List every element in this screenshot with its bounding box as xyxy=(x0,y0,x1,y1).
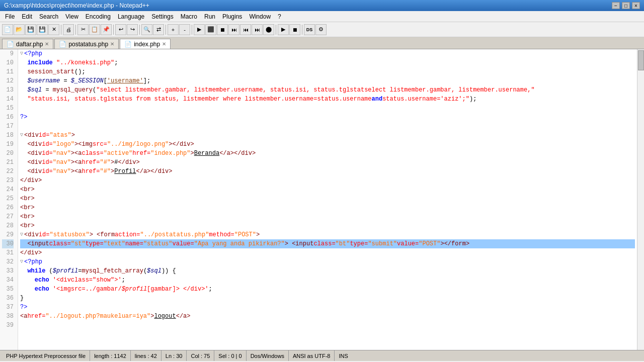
tab-daftar-label: daftar.php xyxy=(16,41,43,48)
fold-29[interactable]: ▽ xyxy=(20,230,23,239)
status-file-type-text: PHP Hypertext Preprocessor file xyxy=(6,353,86,359)
step3-button[interactable]: ⏭ xyxy=(252,24,263,35)
stop-button[interactable]: ⏹ xyxy=(217,24,228,35)
save-button[interactable]: 💾 xyxy=(25,24,36,35)
line-num-13: 13 xyxy=(2,85,14,95)
tab-postatatus-close[interactable]: ✕ xyxy=(110,41,114,47)
undo-button[interactable]: ↩ xyxy=(115,24,126,35)
status-lines-text: lines : 42 xyxy=(135,353,157,359)
code-line-21: <div id="nav"><a href="#">#</div> xyxy=(20,158,635,167)
status-col: Col : 75 xyxy=(187,350,214,361)
code-line-19: <div id="logo"><img src="../img/logo.png… xyxy=(20,140,635,149)
sep5 xyxy=(166,25,166,35)
menu-run[interactable]: Run xyxy=(201,12,218,21)
window-title: G:\xampp\htdocs\project\home\index.php -… xyxy=(4,2,149,9)
menu-edit[interactable]: Edit xyxy=(19,12,35,21)
line-num-15: 15 xyxy=(2,104,14,113)
fold-32[interactable]: ▽ xyxy=(20,257,23,266)
line-num-11: 11 xyxy=(2,67,14,76)
tab-daftar[interactable]: 📄 daftar.php ✕ xyxy=(2,39,53,49)
debug-button[interactable]: ⬛ xyxy=(205,24,216,35)
menu-encoding[interactable]: Encoding xyxy=(83,12,114,21)
redo-button[interactable]: ↪ xyxy=(127,24,138,35)
macro-button[interactable]: ▶ xyxy=(278,24,289,35)
maximize-button[interactable]: □ xyxy=(622,2,630,9)
code-line-31: </div> xyxy=(20,248,635,257)
close-button2[interactable]: ✕ xyxy=(48,24,59,35)
status-length-text: length : 1142 xyxy=(94,353,126,359)
code-line-11: session_start(); xyxy=(20,67,635,76)
run-button[interactable]: ▶ xyxy=(194,24,205,35)
zoom-out-button[interactable]: - xyxy=(179,24,190,35)
plugin-button[interactable]: ⚙ xyxy=(315,24,327,35)
fold-18[interactable]: ▽ xyxy=(20,131,23,140)
open-button[interactable]: 📂 xyxy=(14,24,25,35)
paste-button[interactable]: 📌 xyxy=(101,24,112,35)
line-num-21: 21 xyxy=(2,158,14,167)
toolbar: 📄 📂 💾 💾 ✕ 🖨 ✂ 📋 📌 ↩ ↪ 🔍 ⇄ + - ▶ ⬛ ⏹ ⏭ ⏮ … xyxy=(0,22,644,37)
code-area[interactable]: ▽ <?php include "../koneksi.php"; sessio… xyxy=(18,49,637,350)
cut-button[interactable]: ✂ xyxy=(77,24,89,35)
line-num-39: 39 xyxy=(2,321,14,330)
breakpoint-button[interactable]: ⬤ xyxy=(263,24,274,35)
line-num-27: 27 xyxy=(2,212,14,221)
tab-postatatus[interactable]: 📄 postatatus.php ✕ xyxy=(54,39,119,49)
code-line-22: <div id="nav"><a href="#">Profil</a></di… xyxy=(20,167,635,176)
line-num-9: 9 xyxy=(2,49,14,58)
minimize-button[interactable]: − xyxy=(612,2,620,9)
line-num-38: 38 xyxy=(2,312,14,321)
code-line-24: <br> xyxy=(20,185,635,194)
code-line-34: echo '<div class="show">'; xyxy=(20,276,635,285)
macro2-button[interactable]: ⏹ xyxy=(289,24,300,35)
tab-daftar-icon: 📄 xyxy=(7,41,14,48)
new-button[interactable]: 📄 xyxy=(2,24,13,35)
status-ins-text: INS xyxy=(339,353,348,359)
line-num-33: 33 xyxy=(2,266,14,276)
step-button[interactable]: ⏭ xyxy=(228,24,239,35)
find-button[interactable]: 🔍 xyxy=(141,24,152,35)
window-controls[interactable]: − □ × xyxy=(612,2,640,9)
close-button[interactable]: × xyxy=(632,2,640,9)
line-num-22: 22 xyxy=(2,167,14,176)
zoom-in-button[interactable]: + xyxy=(168,24,179,35)
line-num-34: 34 xyxy=(2,276,14,285)
tab-index[interactable]: 📄 index.php ✕ xyxy=(120,39,171,49)
status-file-type: PHP Hypertext Preprocessor file xyxy=(2,350,90,361)
menu-help[interactable]: ? xyxy=(275,12,284,21)
line-num-12: 12 xyxy=(2,76,14,85)
code-line-18: ▽ <div id="atas"> xyxy=(20,131,635,140)
status-ln: Ln : 30 xyxy=(162,350,187,361)
status-ins: INS xyxy=(335,350,352,361)
line-num-32: 32 xyxy=(2,257,14,266)
code-line-30: <input class="st" type="text" name="stat… xyxy=(20,239,635,248)
menu-language[interactable]: Language xyxy=(115,12,147,21)
menu-macro[interactable]: Macro xyxy=(178,12,200,21)
print-button[interactable]: 🖨 xyxy=(63,24,74,35)
editor-inner: ▽ <?php include "../koneksi.php"; sessio… xyxy=(18,49,644,350)
tab-daftar-close[interactable]: ✕ xyxy=(45,41,49,47)
menu-settings[interactable]: Settings xyxy=(148,12,176,21)
code-line-17 xyxy=(20,122,635,131)
editor-scroll-area[interactable]: ▽ <?php include "../koneksi.php"; sessio… xyxy=(18,49,644,350)
line-num-37: 37 xyxy=(2,303,14,312)
menu-plugins[interactable]: Plugins xyxy=(219,12,245,21)
menu-window[interactable]: Window xyxy=(246,12,274,21)
menu-search[interactable]: Search xyxy=(36,12,61,21)
scrollbar-thumb[interactable] xyxy=(638,50,644,70)
tab-index-label: index.php xyxy=(134,41,160,48)
status-eol-text: Dos/Windows xyxy=(251,353,284,359)
save-all-button[interactable]: 💾 xyxy=(37,24,48,35)
code-line-16: ?> xyxy=(20,113,635,122)
line-num-17: 17 xyxy=(2,122,14,131)
menu-view[interactable]: View xyxy=(62,12,82,21)
ds-button[interactable]: DS xyxy=(304,24,315,35)
replace-button[interactable]: ⇄ xyxy=(153,24,164,35)
copy-button[interactable]: 📋 xyxy=(89,24,100,35)
menu-file[interactable]: File xyxy=(2,12,18,21)
step2-button[interactable]: ⏮ xyxy=(240,24,251,35)
tab-index-close[interactable]: ✕ xyxy=(162,41,166,47)
fold-9[interactable]: ▽ xyxy=(20,49,23,58)
line-num-18: 18 xyxy=(2,131,14,140)
vertical-scrollbar[interactable] xyxy=(637,49,644,350)
line-num-26: 26 xyxy=(2,203,14,212)
